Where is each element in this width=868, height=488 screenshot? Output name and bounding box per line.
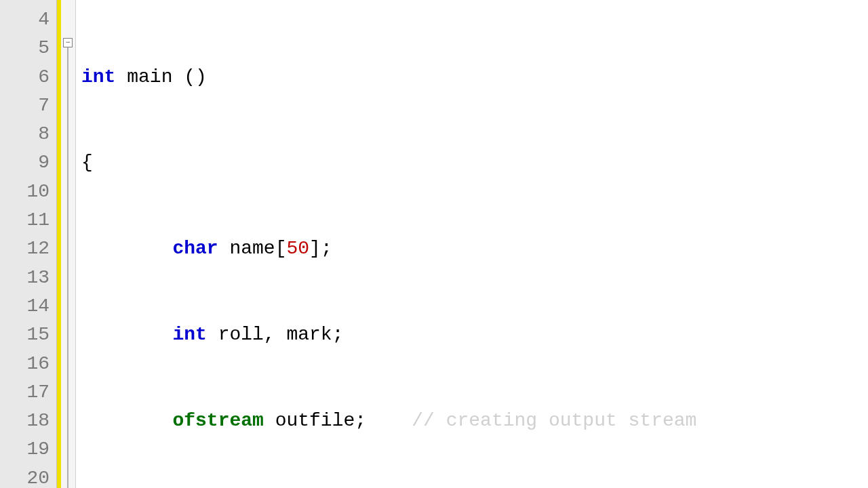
number-literal: 50 — [286, 238, 309, 259]
text: name[ — [218, 238, 287, 259]
line-number: 4 — [0, 5, 50, 34]
line-number: 14 — [0, 292, 50, 321]
line-number: 9 — [0, 148, 50, 177]
line-number: 16 — [0, 350, 50, 378]
code-line[interactable]: int main () — [81, 63, 868, 92]
identifier: main — [127, 66, 172, 87]
fold-column: − — [61, 0, 76, 488]
indent — [81, 410, 172, 431]
line-number: 20 — [0, 464, 50, 488]
code-line[interactable]: int roll, mark; — [81, 321, 868, 349]
keyword: int — [172, 324, 206, 345]
line-number-gutter: 4 5 6 7 8 9 10 11 12 13 14 15 16 17 18 1… — [0, 0, 57, 488]
text: ]; — [309, 238, 332, 259]
brace: { — [81, 152, 93, 173]
type: ofstream — [172, 410, 263, 431]
line-number: 8 — [0, 120, 50, 148]
text: outfile; — [264, 410, 412, 431]
indent — [81, 324, 172, 345]
line-number: 10 — [0, 178, 50, 206]
line-number: 15 — [0, 321, 50, 349]
line-number: 7 — [0, 92, 50, 120]
keyword: int — [81, 66, 115, 87]
line-number: 17 — [0, 378, 50, 407]
code-line[interactable]: char name[50]; — [81, 235, 868, 263]
line-number: 12 — [0, 235, 50, 263]
code-editor[interactable]: 4 5 6 7 8 9 10 11 12 13 14 15 16 17 18 1… — [0, 0, 868, 488]
line-number: 19 — [0, 435, 50, 464]
line-number: 18 — [0, 407, 50, 435]
keyword: char — [172, 238, 218, 259]
line-number: 6 — [0, 63, 50, 92]
code-area[interactable]: int main () { char name[50]; int roll, m… — [76, 0, 868, 488]
fold-guide-line — [67, 47, 68, 488]
text: roll, mark; — [207, 324, 344, 345]
indent — [81, 238, 172, 259]
text: () — [172, 66, 206, 87]
fold-toggle-icon[interactable]: − — [63, 38, 73, 47]
line-number: 11 — [0, 206, 50, 235]
code-line[interactable]: { — [81, 148, 868, 177]
comment: // creating output stream — [412, 410, 696, 431]
line-number: 13 — [0, 264, 50, 292]
code-line[interactable]: ofstream outfile; // creating output str… — [81, 407, 868, 435]
line-number: 5 — [0, 34, 50, 62]
